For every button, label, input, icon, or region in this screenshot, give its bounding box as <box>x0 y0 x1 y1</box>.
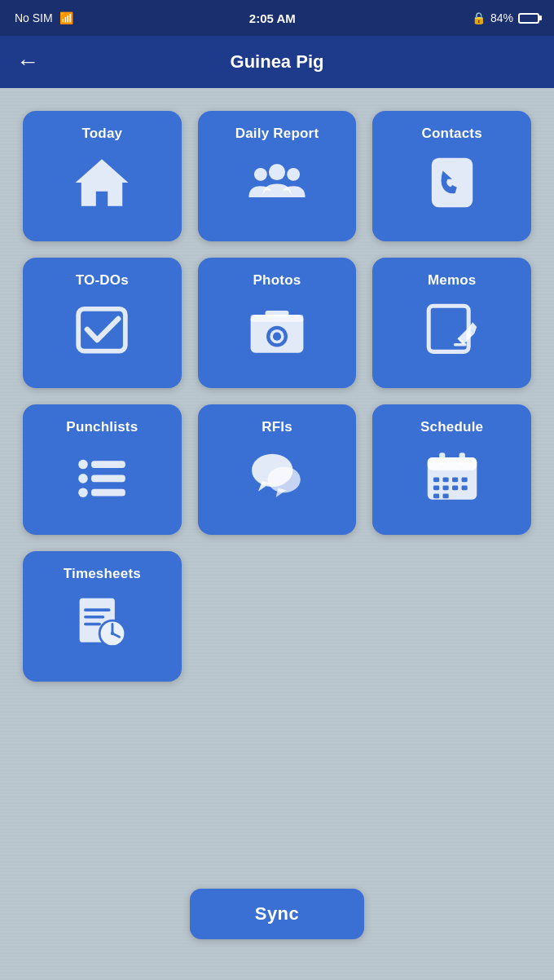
timesheet-icon <box>73 594 131 652</box>
main-content: Today Daily Report <box>0 88 554 980</box>
nav-bar: ← Guinea Pig <box>0 36 554 88</box>
tile-memos[interactable]: Memos <box>372 258 531 388</box>
svg-rect-34 <box>442 486 448 491</box>
svg-rect-8 <box>266 311 289 316</box>
svg-point-15 <box>79 460 89 470</box>
svg-rect-31 <box>452 477 458 482</box>
tile-photos-label: Photos <box>253 272 301 289</box>
nav-title: Guinea Pig <box>231 51 324 73</box>
svg-point-47 <box>111 632 114 635</box>
svg-point-19 <box>79 488 89 497</box>
tile-photos[interactable]: Photos <box>198 258 357 388</box>
svg-rect-33 <box>433 486 439 491</box>
svg-rect-27 <box>439 452 445 464</box>
tile-grid: Today Daily Report <box>23 111 531 535</box>
tile-rfis[interactable]: RFIs <box>198 404 357 535</box>
home-icon <box>73 153 131 212</box>
tile-today[interactable]: Today <box>23 111 182 241</box>
svg-rect-30 <box>442 477 448 482</box>
status-bar: No SIM 📶 2:05 AM 🔒 84% <box>0 0 554 36</box>
svg-rect-37 <box>433 494 439 499</box>
svg-point-11 <box>273 333 281 341</box>
svg-rect-20 <box>91 489 125 497</box>
tile-contacts[interactable]: Contacts <box>372 111 531 241</box>
tile-daily-report-label: Daily Report <box>235 126 319 142</box>
tile-memos-label: Memos <box>428 272 477 289</box>
tile-timesheets-label: Timesheets <box>64 566 141 582</box>
tile-schedule[interactable]: Schedule <box>372 404 531 535</box>
svg-rect-26 <box>427 457 476 470</box>
tile-schedule-label: Schedule <box>420 419 483 435</box>
carrier-label: No SIM <box>15 11 53 24</box>
svg-rect-29 <box>433 477 439 482</box>
svg-point-23 <box>267 466 300 492</box>
svg-point-3 <box>287 168 300 181</box>
tile-today-label: Today <box>81 126 122 142</box>
phone-icon <box>423 153 481 212</box>
tile-grid-bottom: Timesheets <box>23 551 531 682</box>
battery-percent: 84% <box>490 11 513 24</box>
status-right: 🔒 84% <box>472 11 539 24</box>
svg-rect-28 <box>459 452 464 464</box>
tile-rfis-label: RFIs <box>262 419 292 435</box>
svg-rect-16 <box>91 461 125 468</box>
tile-todos[interactable]: TO-DOs <box>23 258 182 388</box>
sync-button[interactable]: Sync <box>190 889 365 939</box>
svg-rect-35 <box>452 486 458 491</box>
lock-icon: 🔒 <box>472 11 486 24</box>
svg-rect-32 <box>461 477 467 482</box>
svg-rect-18 <box>91 475 125 483</box>
calendar-icon <box>423 447 481 505</box>
tile-timesheets[interactable]: Timesheets <box>23 551 182 682</box>
svg-rect-36 <box>461 486 467 491</box>
svg-point-17 <box>79 474 89 483</box>
svg-rect-38 <box>442 494 448 499</box>
edit-icon <box>423 300 481 359</box>
svg-point-2 <box>254 168 267 181</box>
status-time: 2:05 AM <box>249 11 296 25</box>
tile-punchlists-label: Punchlists <box>66 419 138 435</box>
tile-contacts-label: Contacts <box>421 126 481 142</box>
svg-rect-4 <box>431 158 472 207</box>
battery-icon <box>518 13 539 24</box>
status-left: No SIM 📶 <box>15 11 73 24</box>
tile-daily-report[interactable]: Daily Report <box>198 111 357 241</box>
wifi-icon: 📶 <box>59 11 73 24</box>
sync-button-wrapper: Sync <box>23 872 531 964</box>
svg-marker-0 <box>76 159 129 206</box>
group-icon <box>248 153 306 212</box>
tile-todos-label: TO-DOs <box>76 272 129 289</box>
camera-icon <box>248 300 306 359</box>
tile-punchlists[interactable]: Punchlists <box>23 404 182 535</box>
checkbox-icon <box>73 300 131 359</box>
chat-icon <box>248 447 306 505</box>
svg-point-1 <box>269 164 285 180</box>
back-button[interactable]: ← <box>16 49 39 75</box>
list-icon <box>73 447 131 505</box>
